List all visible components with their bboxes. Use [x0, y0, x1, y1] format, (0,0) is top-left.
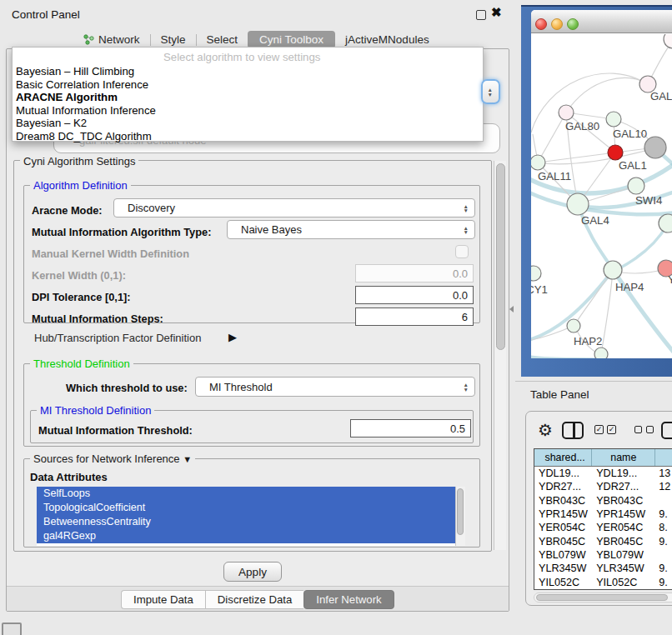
deselect-all-icon[interactable]	[634, 426, 642, 433]
columns-icon[interactable]	[562, 422, 584, 439]
attributes-scrollbar-thumb[interactable]	[457, 488, 464, 535]
tab-style-label: Style	[161, 33, 186, 46]
table-mode-icon[interactable]	[661, 422, 672, 439]
column-header-shared[interactable]: shared...	[534, 449, 592, 466]
tab-jactivemnodules[interactable]: jActiveMNodules	[335, 32, 439, 48]
network-node[interactable]	[664, 34, 672, 48]
tab-infer-network[interactable]: Infer Network	[303, 590, 394, 609]
algorithm-option-list: Bayesian – Hill ClimbingBasic Correlatio…	[13, 65, 483, 143]
sources-collapse-arrow-icon[interactable]: ▼	[183, 454, 192, 464]
manual-kernel-width-checkbox[interactable]	[455, 245, 469, 258]
mi-threshold-title: MI Threshold Definition	[37, 404, 154, 417]
network-edge[interactable]	[538, 152, 615, 162]
network-node[interactable]	[559, 105, 574, 120]
table-row[interactable]: YDL19...YDL19...13	[534, 467, 672, 480]
algorithm-option[interactable]: Mutual Information Inference	[13, 104, 483, 118]
table-cell: YBR043C	[592, 495, 655, 507]
network-node[interactable]	[608, 145, 623, 160]
which-threshold-combobox[interactable]: MI Threshold ▲▼	[195, 377, 475, 397]
mi-algorithm-type-combobox[interactable]: Naive Bayes ▲▼	[227, 220, 475, 239]
select-all-check-icon[interactable]: ✓	[607, 425, 616, 434]
network-node[interactable]	[567, 319, 580, 332]
table-hscrollbar[interactable]	[534, 592, 672, 602]
select-all-check-icon[interactable]: ✓	[594, 425, 604, 434]
table-row[interactable]: YLR345WYLR345W9.	[534, 562, 672, 575]
data-attributes-label: Data Attributes	[30, 471, 108, 483]
table-row[interactable]: YPR145WYPR145W9.	[534, 508, 672, 521]
apply-button[interactable]: Apply	[223, 562, 282, 582]
tab-cyni-toolbox[interactable]: Cyni Toolbox	[248, 31, 335, 48]
table-cell: 9.	[655, 562, 672, 574]
table-cell: YIL052C	[592, 577, 655, 588]
table-cell: YLR345W	[592, 562, 655, 574]
table-cell: YDL19...	[592, 468, 655, 479]
mi-threshold-field[interactable]: 0.5	[350, 419, 471, 438]
tab-network[interactable]: Network	[73, 32, 150, 48]
table-cell: 8.	[655, 522, 672, 533]
network-edge[interactable]	[566, 78, 648, 112]
network-node[interactable]	[606, 112, 621, 127]
column-header-extra[interactable]	[655, 449, 672, 466]
column-header-name[interactable]: name	[592, 449, 655, 466]
dpi-tolerance-field[interactable]: 0.0	[355, 286, 474, 304]
network-node-label: SWI4	[635, 194, 662, 207]
manual-kernel-width-label: Manual Kernel Width Definition	[32, 248, 189, 260]
network-node[interactable]	[659, 214, 672, 232]
hub-definition-label[interactable]: Hub/Transcription Factor Definition	[34, 332, 201, 344]
settings-scrollbar[interactable]	[494, 161, 506, 550]
algorithm-option[interactable]: ARACNE Algorithm	[13, 91, 483, 104]
table-row[interactable]: YER054CYER054C8.	[534, 521, 672, 534]
network-node[interactable]	[628, 178, 644, 194]
data-attribute-item[interactable]: gal4RGexp	[37, 529, 455, 543]
network-node[interactable]	[567, 193, 589, 215]
settings-scrollbar-thumb[interactable]	[496, 163, 505, 350]
network-node[interactable]	[531, 266, 541, 281]
table-cell: 9.	[655, 508, 672, 520]
zoom-window-icon[interactable]	[567, 18, 579, 30]
tab-select[interactable]: Select	[197, 32, 248, 48]
tab-impute-data[interactable]: Impute Data	[121, 590, 205, 609]
data-attribute-item[interactable]: BetweennessCentrality	[37, 515, 455, 529]
minimize-window-icon[interactable]	[551, 18, 563, 30]
table-hscrollbar-thumb[interactable]	[536, 594, 668, 601]
hub-expand-arrow-icon[interactable]: ▶	[228, 331, 237, 343]
tab-style[interactable]: Style	[151, 32, 196, 48]
table-cell: YBR043C	[534, 495, 592, 507]
algorithm-option[interactable]: Bayesian – Hill Climbing	[13, 65, 483, 78]
bottom-tabs: Impute Data Discretize Data Infer Networ…	[121, 590, 394, 609]
network-edge[interactable]	[538, 112, 566, 162]
algorithm-combobox-arrow-button[interactable]: ▲▼	[481, 79, 500, 104]
mi-steps-field[interactable]: 6	[355, 308, 474, 326]
data-attribute-item[interactable]: TopologicalCoefficient	[37, 501, 455, 515]
network-node[interactable]	[531, 155, 545, 170]
network-graph: GAL7GAL80GAL10GAL1GAL11SWI4GAL4GCY1HAP4Y…	[531, 34, 672, 358]
algorithm-option[interactable]: Dream8 DC_TDC Algorithm	[13, 130, 483, 143]
data-attribute-item[interactable]: SelfLoops	[37, 487, 455, 501]
algorithm-option[interactable]: Bayesian – K2	[13, 117, 483, 130]
table-row[interactable]: YBL079WYBL079W	[534, 548, 672, 562]
network-node-label: HAP4	[615, 281, 644, 293]
data-attributes-list[interactable]: SelfLoopsTopologicalCoefficientBetweenne…	[37, 487, 455, 546]
network-node[interactable]	[644, 137, 666, 158]
close-window-icon[interactable]	[535, 18, 547, 30]
which-threshold-label: Which threshold to use:	[66, 382, 188, 394]
table-row[interactable]: YBR045CYBR045C9.	[534, 534, 672, 548]
splitter-collapse-icon[interactable]	[509, 306, 514, 312]
kernel-width-field[interactable]: 0.0	[355, 264, 474, 282]
mi-algorithm-type-label: Mutual Information Algorithm Type:	[32, 226, 211, 238]
network-canvas[interactable]: GAL7GAL80GAL10GAL1GAL11SWI4GAL4GCY1HAP4Y…	[531, 34, 672, 358]
table-settings-gear-icon[interactable]: ⚙	[538, 420, 553, 440]
float-panel-icon[interactable]	[476, 10, 486, 20]
network-node[interactable]	[604, 261, 622, 279]
attributes-scrollbar[interactable]	[455, 487, 465, 546]
table-row[interactable]: YDR27...YDR27...12	[534, 480, 672, 493]
close-panel-icon[interactable]: ✖	[491, 5, 502, 20]
algorithm-option[interactable]: Basic Correlation Inference	[13, 78, 483, 92]
tab-discretize-data[interactable]: Discretize Data	[205, 590, 303, 609]
network-node[interactable]	[594, 348, 608, 358]
table-row[interactable]: YBR043CYBR043C	[534, 494, 672, 508]
deselect-all-icon[interactable]	[646, 426, 654, 433]
network-window-titlebar[interactable]	[531, 10, 672, 33]
aracne-mode-combobox[interactable]: Discovery ▲▼	[113, 198, 475, 218]
table-row[interactable]: YIL052CYIL052C9.	[534, 575, 672, 588]
